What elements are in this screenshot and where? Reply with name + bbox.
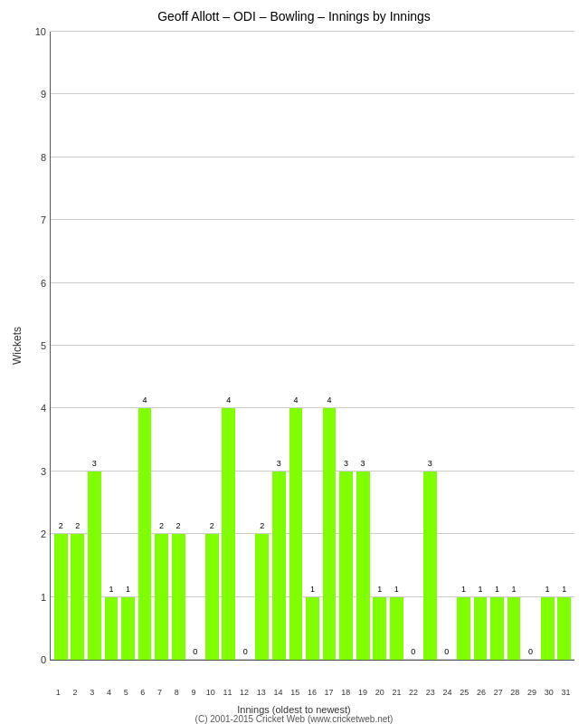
x-axis-label: 31 bbox=[557, 688, 574, 697]
bar-group: 0 bbox=[439, 32, 456, 660]
y-axis-label: 3 bbox=[41, 466, 51, 477]
bar-value-label: 0 bbox=[243, 647, 248, 656]
bar-value-label: 1 bbox=[512, 585, 517, 594]
y-axis-label: 0 bbox=[41, 654, 51, 665]
x-axis-label: 8 bbox=[168, 688, 185, 697]
x-axis-label: 13 bbox=[252, 688, 270, 697]
bar: 1 bbox=[507, 597, 521, 660]
bar-group: 3 bbox=[270, 32, 288, 660]
bar-group: 3 bbox=[86, 32, 103, 660]
bar-value-label: 2 bbox=[75, 521, 80, 530]
bar-group: 3 bbox=[337, 32, 355, 660]
copyright: (C) 2001-2015 Cricket Web (www.cricketwe… bbox=[0, 714, 588, 724]
x-axis-label: 11 bbox=[219, 688, 236, 697]
x-axis-label: 15 bbox=[287, 688, 304, 697]
x-axis-label: 22 bbox=[405, 688, 422, 697]
x-axis-label: 20 bbox=[371, 688, 388, 697]
y-axis-label: 7 bbox=[41, 214, 51, 225]
bar-value-label: 0 bbox=[528, 647, 533, 656]
bar: 1 bbox=[474, 597, 488, 660]
bar: 2 bbox=[155, 534, 168, 660]
x-axis-label: 19 bbox=[355, 688, 372, 697]
bar-group: 2 bbox=[70, 32, 87, 660]
y-axis-label: 2 bbox=[41, 529, 51, 539]
bar-value-label: 1 bbox=[394, 585, 399, 594]
bar-value-label: 2 bbox=[59, 521, 63, 530]
bar-group: 1 bbox=[506, 32, 523, 660]
bar: 2 bbox=[54, 534, 68, 660]
bar: 3 bbox=[356, 472, 370, 660]
x-axis-label: 9 bbox=[185, 688, 203, 697]
x-axis-label: 7 bbox=[151, 688, 168, 697]
bar: 1 bbox=[557, 597, 571, 660]
bar: 4 bbox=[138, 408, 152, 660]
x-axis-label: 6 bbox=[135, 688, 152, 697]
x-axis-label: 1 bbox=[50, 688, 67, 697]
bar: 1 bbox=[457, 597, 470, 660]
bar-group: 1 bbox=[555, 32, 573, 660]
bar: 1 bbox=[105, 597, 119, 660]
bar-value-label: 0 bbox=[193, 647, 197, 656]
bar-group: 0 bbox=[522, 32, 539, 660]
x-labels: 1234567891011121314151617181920212223242… bbox=[50, 688, 574, 697]
x-axis-label: 28 bbox=[507, 688, 524, 697]
bar-group: 1 bbox=[539, 32, 556, 660]
bar-value-label: 1 bbox=[377, 585, 382, 594]
bar-group: 2 bbox=[170, 32, 187, 660]
y-axis-label: 6 bbox=[41, 278, 51, 289]
bar: 2 bbox=[172, 534, 185, 660]
bar-value-label: 3 bbox=[277, 459, 281, 468]
bar-group: 2 bbox=[254, 32, 271, 660]
bar-group: 4 bbox=[288, 32, 305, 660]
x-axis-label: 25 bbox=[456, 688, 473, 697]
bar: 2 bbox=[71, 534, 84, 660]
y-axis-label: 10 bbox=[35, 26, 51, 37]
bar-value-label: 0 bbox=[411, 647, 415, 656]
bar-value-label: 1 bbox=[126, 585, 130, 594]
bar-value-label: 1 bbox=[461, 585, 466, 594]
bar-group: 1 bbox=[371, 32, 388, 660]
x-axis-label: 18 bbox=[337, 688, 355, 697]
bar-group: 2 bbox=[153, 32, 170, 660]
x-axis-label: 30 bbox=[540, 688, 557, 697]
bar-group: 2 bbox=[52, 32, 70, 660]
bar-value-label: 1 bbox=[562, 585, 566, 594]
bar: 1 bbox=[373, 597, 386, 660]
bar-value-label: 3 bbox=[428, 459, 432, 468]
bar-group: 1 bbox=[103, 32, 120, 660]
bar-value-label: 2 bbox=[176, 521, 181, 530]
bar: 4 bbox=[323, 408, 337, 660]
bar-value-label: 4 bbox=[293, 395, 298, 405]
bar: 2 bbox=[205, 534, 219, 660]
bar: 3 bbox=[272, 472, 286, 660]
y-axis-title: Wickets bbox=[11, 32, 24, 661]
bar: 4 bbox=[289, 408, 303, 660]
bar: 1 bbox=[306, 597, 319, 660]
bar: 2 bbox=[255, 534, 269, 660]
x-axis-label: 12 bbox=[236, 688, 253, 697]
bar-value-label: 3 bbox=[92, 459, 97, 468]
bar-group: 4 bbox=[220, 32, 237, 660]
bar-group: 1 bbox=[488, 32, 506, 660]
x-axis-label: 2 bbox=[67, 688, 84, 697]
bar: 3 bbox=[88, 472, 101, 660]
bar-group: 2 bbox=[204, 32, 221, 660]
bar-value-label: 4 bbox=[226, 395, 231, 405]
bar-group: 1 bbox=[455, 32, 472, 660]
x-axis-label: 14 bbox=[270, 688, 287, 697]
x-axis-label: 26 bbox=[473, 688, 490, 697]
y-axis-label: 5 bbox=[41, 340, 51, 351]
bar-value-label: 2 bbox=[260, 521, 264, 530]
y-axis-label: 9 bbox=[41, 89, 51, 100]
bar-group: 0 bbox=[186, 32, 204, 660]
chart-area: 0123456789102231142202402341433110301111… bbox=[50, 32, 574, 661]
bar-group: 1 bbox=[304, 32, 321, 660]
bar-value-label: 1 bbox=[495, 585, 499, 594]
bar-value-label: 1 bbox=[109, 585, 113, 594]
x-axis-label: 10 bbox=[202, 688, 219, 697]
bar-group: 1 bbox=[388, 32, 405, 660]
bar-value-label: 1 bbox=[478, 585, 482, 594]
bar-group: 4 bbox=[321, 32, 338, 660]
bar-value-label: 3 bbox=[344, 459, 348, 468]
bar: 1 bbox=[390, 597, 403, 660]
